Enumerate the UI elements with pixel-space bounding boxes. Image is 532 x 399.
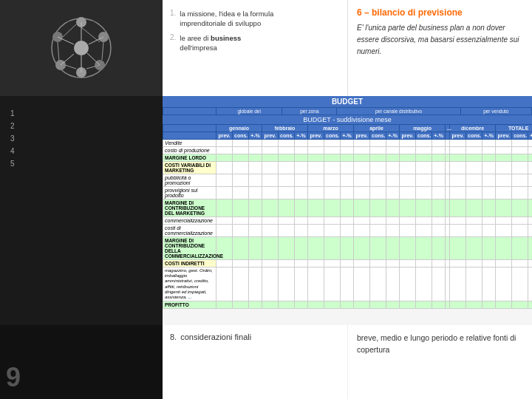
month-header-row: gennaio febbraio marzo aprile maggio ...… [163, 125, 533, 132]
label-margine-lordo: margine LORDO [163, 154, 216, 162]
row-marg-contrib-mkt: margine di CONTRIBUZIONE del marketing [163, 200, 533, 217]
sidebar-step-3-num: 3 [10, 134, 15, 143]
row-profitto: profitto [163, 301, 533, 309]
header-description-box: 6 – bilancio di previsione E' l'unica pa… [347, 0, 532, 96]
feb-perc: +-% [295, 132, 308, 140]
row-costi-indiretti: costi indiretti [163, 260, 533, 267]
label-marg-contrib-mkt: margine di CONTRIBUZIONE del marketing [163, 200, 216, 217]
gen-cons: cons. [233, 132, 249, 140]
label-pubblicita: pubblicità o promozioni [163, 174, 216, 187]
step-8-label: considerazioni finali [180, 332, 251, 341]
col-globale: globale del [216, 108, 282, 115]
label-profitto: profitto [163, 301, 216, 309]
label-commercializz: commercializzazione [163, 217, 216, 225]
th-gennaio: gennaio [216, 125, 262, 132]
bottom-left-area: 9 [0, 325, 163, 399]
step-2-num: 2. [170, 33, 176, 53]
dic-cons: cons. [466, 132, 482, 140]
th-febbraio: febbraio [262, 125, 308, 132]
feb-prev: prev. [262, 132, 279, 140]
mag-cons: cons. [416, 132, 432, 140]
row-commercializz: commercializzazione [163, 217, 533, 225]
tot-prev: prev. [496, 132, 512, 140]
row-margine-lordo: margine LORDO [163, 154, 533, 162]
budget-main-table: gennaio febbraio marzo aprile maggio ...… [163, 124, 532, 309]
tot-perc: +-% [528, 132, 532, 140]
mar-perc: +-% [341, 132, 354, 140]
budget-container: BUDGET globale del per zona per canale d… [163, 96, 532, 309]
top-right-area: 1. la missione, l'idea e la formula impr… [163, 0, 532, 96]
sidebar-step-2-num: 2 [10, 122, 15, 130]
row-costi-commercializz: costi di commercializzazione [163, 225, 533, 237]
prev-cons-header-row: prev.cons.+-% prev.cons.+-% prev.cons.+-… [163, 132, 533, 140]
sidebar-step-1-num: 1 [10, 109, 15, 117]
page-container: 1. la missione, l'idea e la formula impr… [0, 0, 532, 399]
sidebar-step-3: 3 [10, 134, 152, 143]
step8-area: 8. considerazioni finali [163, 325, 347, 399]
gen-perc: +-% [249, 132, 262, 140]
big-step-number: 9 [6, 362, 21, 393]
dic-perc: +-% [482, 132, 496, 140]
section-title: 6 – bilancio di previsione [357, 7, 523, 18]
bottom-right-area: 8. considerazioni finali breve, medio e … [163, 325, 532, 399]
row-marg-contrib-comm: margine di CONTRIBUZIONE della commercia… [163, 237, 533, 260]
budget-top-header-row: globale del per zona per canale distribu… [163, 108, 532, 115]
apr-prev: prev. [354, 132, 370, 140]
mar-cons: cons. [324, 132, 341, 140]
section-description: E' l'unica parte del business plan a non… [357, 22, 523, 58]
mar-prev: prev. [308, 132, 324, 140]
budget-table-area: BUDGET globale del per zona per canale d… [163, 96, 532, 325]
sidebar-step-5: 5 [10, 160, 152, 168]
step-1-text: la missione, l'idea e la formula imprend… [180, 9, 273, 29]
step-1-item: 1. la missione, l'idea e la formula impr… [170, 9, 340, 29]
bottom-note-area: breve, medio e lungo periodo e relative … [347, 325, 532, 399]
step-2-item: 2. le aree di business dell'impresa [170, 33, 340, 53]
top-left-image [0, 0, 163, 96]
th-maggio: maggio [400, 125, 446, 132]
sidebar-step-4-num: 4 [10, 147, 15, 155]
gen-prev: prev. [216, 132, 233, 140]
col-canale: per canale distributivo [337, 108, 460, 115]
label-costo-prod: costo di produzione [163, 147, 216, 154]
th-totale: TOTALE [496, 125, 532, 132]
budget-title: BUDGET [163, 96, 532, 107]
th-dicembre: dicembre [450, 125, 496, 132]
col-zona: per zona [282, 108, 337, 115]
sidebar-step-4: 4 [10, 147, 152, 155]
dic-prev: prev. [450, 132, 466, 140]
label-magazzino: magazzino, gest. Ordini, imballaggio amm… [163, 267, 216, 301]
apr-cons: cons. [370, 132, 386, 140]
mid-left-sidebar: 1 2 3 4 5 [0, 96, 163, 325]
network-image [0, 0, 163, 96]
th-marzo: marzo [308, 125, 354, 132]
mag-prev: prev. [400, 132, 416, 140]
label-costi-commercializz: costi di commercializzazione [163, 225, 216, 237]
budget-subtitle: BUDGET - suddivisione mese [163, 115, 532, 124]
step-2-text: le aree di business dell'impresa [180, 33, 241, 53]
tot-cons: cons. [512, 132, 528, 140]
row-vendite: Vendite [163, 140, 533, 147]
empty-header [163, 125, 216, 132]
bottom-note-text: breve, medio e lungo periodo e relative … [357, 332, 523, 356]
col-venduto: per venduto [460, 108, 531, 115]
empty-subheader [163, 132, 216, 140]
sidebar-step-2: 2 [10, 122, 152, 130]
sidebar-steps: 1 2 3 4 5 [6, 102, 157, 180]
step-8-num: 8. [170, 332, 177, 341]
label-costi-var-mkt: costi variabili di marketing [163, 162, 216, 174]
apr-perc: +-% [386, 132, 400, 140]
sidebar-step-1: 1 [10, 109, 152, 117]
row-costi-var-mkt: costi variabili di marketing [163, 162, 533, 174]
numbered-items: 1. la missione, l'idea e la formula impr… [163, 0, 347, 96]
label-vendite: Vendite [163, 140, 216, 147]
feb-cons: cons. [279, 132, 295, 140]
label-marg-contrib-comm: margine di CONTRIBUZIONE della commercia… [163, 237, 216, 260]
row-provvigioni: provvigioni sul prodotto [163, 187, 533, 200]
svg-point-14 [74, 41, 89, 55]
budget-top-header: globale del per zona per canale distribu… [163, 107, 532, 115]
step-1-num: 1. [170, 9, 176, 29]
col-label-header [163, 108, 216, 115]
label-provvigioni: provvigioni sul prodotto [163, 187, 216, 200]
mag-perc: +-% [432, 132, 446, 140]
row-pubblicita: pubblicità o promozioni [163, 174, 533, 187]
